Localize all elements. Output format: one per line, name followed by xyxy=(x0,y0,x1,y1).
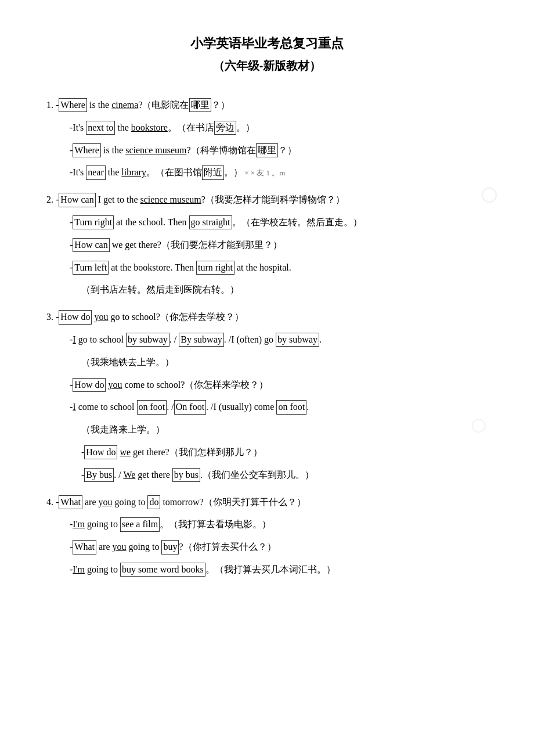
section: 1. -Where is the cinema?（电影院在哪里？）-It's n… xyxy=(46,97,488,181)
underlined-word: you xyxy=(113,542,127,552)
text-span: . xyxy=(319,334,322,344)
line: -I come to school on foot. /On foot. /I … xyxy=(46,399,488,416)
text-span: are xyxy=(96,542,113,552)
section-number: 2. xyxy=(46,195,56,204)
line: -What are you going to buy?（你打算去买什么？） xyxy=(46,539,488,556)
boxed-word: By bus xyxy=(84,468,114,482)
boxed-word: next to xyxy=(86,121,115,135)
underlined-word: we xyxy=(120,447,131,457)
page-subtitle: （六年级-新版教材） xyxy=(46,58,488,74)
underlined-word: library xyxy=(121,167,146,177)
boxed-word: by subway xyxy=(276,333,319,347)
line: -I'm going to buy some word books。（我打算去买… xyxy=(46,561,488,578)
text-span: （我走路来上学。） xyxy=(81,424,165,434)
content-area: 1. -Where is the cinema?（电影院在哪里？）-It's n… xyxy=(46,97,488,578)
text-span: It's xyxy=(73,167,86,177)
boxed-word: by bus xyxy=(172,468,200,482)
line: -How can we get there?（我们要怎样才能到那里？） xyxy=(46,237,488,254)
boxed-word: turn right xyxy=(196,261,234,275)
text-span: the xyxy=(106,167,122,177)
boxed-word: Turn right xyxy=(73,215,114,229)
text-span: It's xyxy=(73,123,86,132)
text-span: going to xyxy=(85,564,120,574)
text-span: 。） xyxy=(236,123,255,132)
underlined-word: you xyxy=(94,312,108,322)
underlined-word: you xyxy=(108,380,122,390)
boxed-word: Where xyxy=(73,143,101,157)
line: （到书店左转。然后走到医院右转。） xyxy=(46,282,488,298)
section: 2. -How can I get to the science museum?… xyxy=(46,192,488,298)
boxed-word: buy xyxy=(161,540,179,554)
boxed-word: How can xyxy=(59,193,95,207)
boxed-word: Turn left xyxy=(73,261,109,275)
boxed-word: By subway xyxy=(179,333,224,347)
underlined-word: We xyxy=(123,470,135,480)
text-span: ？） xyxy=(278,145,297,155)
text-span: I get to the xyxy=(96,195,140,204)
text-span: ?（你打算去买什么？） xyxy=(179,542,276,552)
text-span: . / xyxy=(114,470,123,480)
section-number: 1. xyxy=(46,100,56,110)
line: -It's next to the bookstore。（在书店旁边。） xyxy=(46,120,488,136)
underlined-word: bookstore xyxy=(131,123,168,132)
text-span: ？） xyxy=(211,100,230,110)
line: -I'm going to see a film。（我打算去看场电影。） xyxy=(46,516,488,533)
line: -Turn right at the school. Then go strai… xyxy=(46,214,488,231)
text-span: . / xyxy=(169,334,179,344)
underlined-word: I'm xyxy=(73,519,85,529)
text-span: the xyxy=(115,123,131,132)
boxed-word: What xyxy=(73,540,96,554)
text-span: ?（我要怎样才能到科学博物馆？） xyxy=(201,195,345,204)
text-span: 。（我打算去看场电影。） xyxy=(160,519,271,529)
line: （我走路来上学。） xyxy=(46,422,488,438)
boxed-word: How do xyxy=(59,310,92,324)
text-span: going to xyxy=(127,542,162,552)
line: -How do you come to school?（你怎样来学校？） xyxy=(46,377,488,394)
boxed-word: 旁边 xyxy=(214,121,236,135)
text-span: at the school. Then xyxy=(114,217,189,227)
line: 2. -How can I get to the science museum?… xyxy=(46,192,488,208)
text-span: . xyxy=(306,402,309,412)
text-span: go to school xyxy=(76,334,126,344)
text-span: are xyxy=(82,497,99,507)
text-span: go to school?（你怎样去学校？） xyxy=(108,312,243,322)
text-span: we get there?（我们要怎样才能到那里？） xyxy=(110,240,282,250)
line: -How do we get there?（我们怎样到那儿？） xyxy=(46,444,488,461)
boxed-word: see a film xyxy=(120,517,160,531)
text-span: .（我们坐公交车到那儿。） xyxy=(200,470,314,480)
boxed-word: How do xyxy=(84,445,117,459)
boxed-word: on foot xyxy=(276,400,306,414)
text-span: at the bookstore. Then xyxy=(109,262,196,272)
section-number: 3. xyxy=(46,312,56,322)
text-span: （到书店左转。然后走到医院右转。） xyxy=(81,285,239,294)
text-span: 。（在学校左转。然后直走。） xyxy=(232,217,362,227)
underlined-word: science museum xyxy=(125,145,186,155)
text-span: 。（在图书馆 xyxy=(146,167,202,177)
boxed-word: 哪里 xyxy=(189,98,211,112)
text-span: at the hospital. xyxy=(234,262,291,272)
section: 3. -How do you go to school?（你怎样去学校？）-I … xyxy=(46,309,488,483)
line: -Turn left at the bookstore. Then turn r… xyxy=(46,260,488,276)
text-span: is the xyxy=(101,145,125,155)
small-text: × × 友 1 。m xyxy=(243,168,286,177)
text-span: （我乘地铁去上学。） xyxy=(81,357,174,367)
text-span: get there xyxy=(135,470,172,480)
page-title: 小学英语毕业考总复习重点 xyxy=(46,35,488,52)
line: -It's near the library。（在图书馆附近。） × × 友 1… xyxy=(46,164,488,181)
boxed-word: How can xyxy=(73,238,109,252)
boxed-word: On foot xyxy=(174,400,206,414)
line: -Where is the science museum?（科学博物馆在哪里？） xyxy=(46,142,488,159)
text-span: 。） xyxy=(224,167,243,177)
boxed-word: near xyxy=(86,165,106,179)
boxed-word: by subway xyxy=(126,333,169,347)
boxed-word: 哪里 xyxy=(256,143,278,157)
text-span: 。（我打算去买几本词汇书。） xyxy=(205,564,335,574)
line: （我乘地铁去上学。） xyxy=(46,354,488,371)
line: 1. -Where is the cinema?（电影院在哪里？） xyxy=(46,97,488,114)
line: 3. -How do you go to school?（你怎样去学校？） xyxy=(46,309,488,326)
line: 4. -What are you going to do tomorrow?（你… xyxy=(46,494,488,511)
boxed-word: do xyxy=(147,495,160,509)
text-span: get there?（我们怎样到那儿？） xyxy=(131,447,262,457)
line: -By bus. / We get there by bus.（我们坐公交车到那… xyxy=(46,467,488,484)
text-span: . / xyxy=(167,402,174,412)
